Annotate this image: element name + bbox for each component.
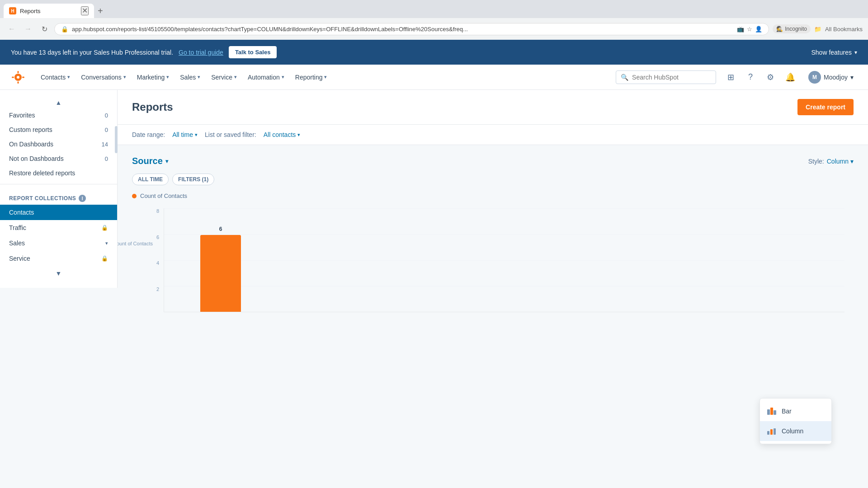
style-option-bar-label: Bar xyxy=(782,408,792,415)
style-option-bar[interactable]: Bar xyxy=(760,401,831,421)
date-range-chevron: ▾ xyxy=(195,132,198,138)
sidebar-item-on-dashboards[interactable]: On Dashboards 14 xyxy=(0,137,117,151)
nav-sales-label: Sales xyxy=(180,74,196,81)
nav-reporting[interactable]: Reporting ▾ xyxy=(291,70,332,84)
sidebar-item-custom-reports-label: Custom reports xyxy=(9,126,52,133)
page-header: Reports Create report xyxy=(118,90,868,125)
url-icons: 📺 ☆ 👤 xyxy=(737,26,762,33)
grid-line-2 xyxy=(164,286,844,286)
trial-banner-text: You have 13 days left in your Sales Hub … xyxy=(11,49,173,56)
nav-automation[interactable]: Automation ▾ xyxy=(243,70,289,84)
tab-close-button[interactable]: ✕ xyxy=(81,6,89,15)
nav-sales[interactable]: Sales ▾ xyxy=(175,70,205,84)
style-value-dropdown[interactable]: Column ▾ xyxy=(827,158,854,165)
show-features-label: Show features xyxy=(811,49,852,56)
sidebar-collection-traffic[interactable]: Traffic 🔒 xyxy=(0,220,117,235)
hubspot-logo[interactable] xyxy=(11,70,25,84)
create-report-button[interactable]: Create report xyxy=(797,99,854,115)
nav-service[interactable]: Service ▾ xyxy=(207,70,241,84)
top-nav: Contacts ▾ Conversations ▾ Marketing ▾ S… xyxy=(0,65,868,90)
search-input[interactable] xyxy=(632,74,711,81)
report-content: Source ▾ Style: Column ▾ xyxy=(118,145,868,482)
svg-rect-7 xyxy=(770,408,773,415)
info-icon[interactable]: i xyxy=(79,195,86,202)
back-button[interactable]: ← xyxy=(5,23,18,35)
show-features-button[interactable]: Show features ▾ xyxy=(811,49,858,56)
svg-rect-10 xyxy=(770,429,773,435)
style-option-column-label: Column xyxy=(782,427,803,435)
browser-controls: ← → ↻ 🔒 app.hubspot.com/reports-list/451… xyxy=(0,18,868,40)
reload-button[interactable]: ↻ xyxy=(38,23,51,35)
report-style-selector: Style: Column ▾ xyxy=(808,158,854,165)
cast-icon: 📺 xyxy=(737,26,744,33)
sidebar-collection-sales-label: Sales xyxy=(9,239,25,247)
forward-button[interactable]: → xyxy=(22,23,34,35)
nav-conversations-chevron: ▾ xyxy=(123,74,126,80)
nav-reporting-label: Reporting xyxy=(295,74,323,81)
tab-title: Reports xyxy=(20,8,77,14)
marketplace-icon[interactable]: ⊞ xyxy=(723,70,738,84)
bookmarks-label: All Bookmarks xyxy=(825,26,863,33)
trial-guide-link[interactable]: Go to trial guide xyxy=(179,49,223,56)
sidebar-collection-contacts[interactable]: Contacts xyxy=(0,205,117,220)
sidebar-collection-traffic-label: Traffic xyxy=(9,224,26,231)
browser-chrome: H Reports ✕ + ← → ↻ 🔒 app.hubspot.com/re… xyxy=(0,0,868,40)
style-label: Style: xyxy=(808,158,824,165)
service-lock-icon: 🔒 xyxy=(101,255,108,262)
style-option-column[interactable]: Column xyxy=(760,421,831,441)
new-tab-button[interactable]: + xyxy=(94,4,107,18)
style-value-chevron: ▾ xyxy=(850,158,854,165)
user-name: Moodjoy xyxy=(824,74,848,81)
chart-tags: ALL TIME FILTERS (1) xyxy=(132,174,854,185)
settings-icon[interactable]: ⚙ xyxy=(763,70,778,84)
url-bar[interactable]: 🔒 app.hubspot.com/reports-list/45105500/… xyxy=(54,23,769,35)
sidebar-collection-sales[interactable]: Sales ▾ xyxy=(0,235,117,251)
bookmarks-link[interactable]: 📁 All Bookmarks xyxy=(814,26,863,33)
filters-bar: Date range: All time ▾ List or saved fil… xyxy=(118,125,868,145)
sidebar-item-restore-deleted-label: Restore deleted reports xyxy=(9,169,75,177)
chart-area: Count of Contacts 8 6 4 2 xyxy=(132,208,854,326)
incognito-indicator: 🕵️ Incognito xyxy=(773,24,811,33)
sidebar-item-restore-deleted[interactable]: Restore deleted reports xyxy=(0,166,117,180)
browser-action-buttons: 🕵️ Incognito xyxy=(773,24,811,33)
nav-service-label: Service xyxy=(211,74,232,81)
bookmark-icon: ☆ xyxy=(747,26,752,33)
list-filter-dropdown[interactable]: All contacts ▾ xyxy=(264,131,301,138)
bookmarks-folder-icon: 📁 xyxy=(814,26,821,33)
notifications-icon[interactable]: 🔔 xyxy=(783,70,797,84)
chart-bar-wrapper: 6 xyxy=(200,235,241,312)
sidebar-item-not-on-dashboards[interactable]: Not on Dashboards 0 xyxy=(0,151,117,166)
chart-plot-area: 6 xyxy=(164,208,844,312)
nav-marketing-chevron: ▾ xyxy=(166,74,169,80)
sidebar-item-favorites-label: Favorites xyxy=(9,112,35,119)
talk-to-sales-button[interactable]: Talk to Sales xyxy=(229,46,277,58)
user-menu[interactable]: M Moodjoy ▾ xyxy=(805,69,857,85)
url-text: app.hubspot.com/reports-list/45105500/te… xyxy=(72,26,733,33)
sidebar-scroll-up[interactable]: ▲ xyxy=(0,97,117,108)
sidebar-item-on-dashboards-count: 14 xyxy=(102,141,108,148)
nav-marketing[interactable]: Marketing ▾ xyxy=(132,70,174,84)
report-title[interactable]: Source ▾ xyxy=(132,156,168,166)
bar-container: 6 xyxy=(200,235,241,312)
search-bar[interactable]: 🔍 xyxy=(616,70,716,84)
all-time-tag[interactable]: ALL TIME xyxy=(132,174,169,185)
sidebar-collection-service[interactable]: Service 🔒 xyxy=(0,251,117,266)
incognito-icon: 🕵️ xyxy=(776,26,783,32)
help-icon[interactable]: ? xyxy=(743,70,758,84)
chart-bar[interactable]: 6 xyxy=(200,235,241,312)
style-dropdown: Bar Column xyxy=(760,398,832,444)
nav-contacts[interactable]: Contacts ▾ xyxy=(36,70,75,84)
style-value-text: Column xyxy=(827,158,849,165)
filters-tag[interactable]: FILTERS (1) xyxy=(172,174,214,185)
sidebar-item-favorites[interactable]: Favorites 0 xyxy=(0,108,117,122)
column-chart-icon xyxy=(766,426,777,436)
sidebar-item-custom-reports[interactable]: Custom reports 0 xyxy=(0,122,117,137)
sidebar-scroll-down[interactable]: ▼ xyxy=(0,266,117,281)
nav-marketing-label: Marketing xyxy=(137,74,165,81)
date-range-dropdown[interactable]: All time ▾ xyxy=(172,131,198,138)
trial-banner-left: You have 13 days left in your Sales Hub … xyxy=(11,46,277,58)
sidebar: ▲ Favorites 0 Custom reports 0 On Dashbo… xyxy=(0,90,118,288)
nav-conversations[interactable]: Conversations ▾ xyxy=(76,70,131,84)
active-tab[interactable]: H Reports ✕ xyxy=(4,4,94,18)
svg-rect-3 xyxy=(18,81,19,84)
